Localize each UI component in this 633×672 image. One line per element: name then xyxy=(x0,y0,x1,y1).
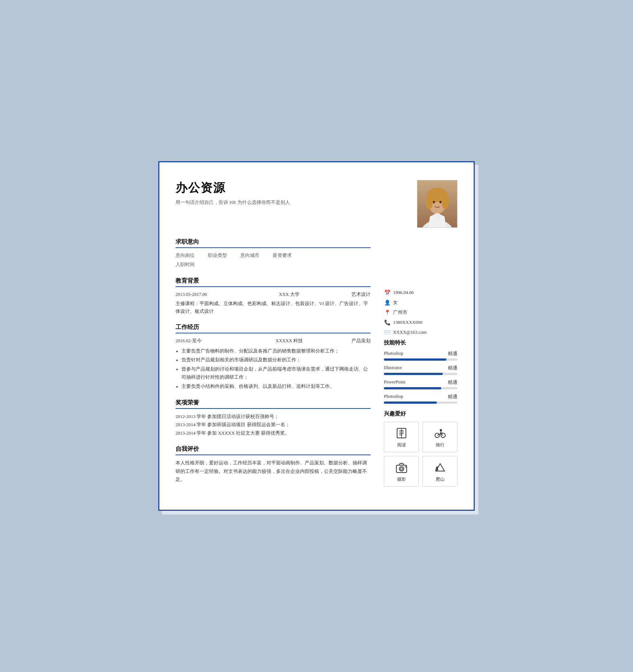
section-title-awards: 奖项荣誉 xyxy=(176,399,371,409)
hobby-label-hiking: 爬山 xyxy=(436,476,445,482)
skill-name-3: Photoshop xyxy=(384,394,403,400)
birthday-value: 1996.04.06 xyxy=(393,290,414,296)
hobby-label-cycling: 骑行 xyxy=(436,442,445,448)
skills-title: 技能特长 xyxy=(384,339,457,346)
svg-point-5 xyxy=(426,194,433,209)
svg-point-20 xyxy=(400,468,403,470)
info-gender: 👤 女 xyxy=(384,300,457,306)
skill-name-1: Illustrator xyxy=(384,365,402,371)
skill-bar-bg-1 xyxy=(384,373,457,375)
section-title-education: 教育背景 xyxy=(176,277,371,287)
skill-name-0: Photoshop xyxy=(384,351,403,357)
location-icon: 📍 xyxy=(384,310,390,316)
intention-salary: 薪资要求 xyxy=(273,252,292,259)
skill-item-1: Illustrator 精通 xyxy=(384,365,457,375)
right-column: 📅 1996.04.06 👤 女 📍 广州市 📞 1380XXXX000 xyxy=(384,238,457,492)
hobby-label-photography: 摄影 xyxy=(397,476,406,482)
info-city: 📍 广州市 xyxy=(384,310,457,316)
section-awards: 奖项荣誉 2012-2013 学年 参加团日活动设计获校百强称号； 2013-2… xyxy=(176,399,371,438)
skill-level-1: 精通 xyxy=(448,365,457,371)
svg-point-17 xyxy=(440,429,442,431)
skill-level-2: 精通 xyxy=(448,379,457,386)
svg-point-6 xyxy=(442,194,449,209)
resume-title: 办公资源 xyxy=(176,180,290,196)
skill-header-1: Illustrator 精通 xyxy=(384,365,457,371)
intention-row-1: 意向岗位 职业类型 意向城市 薪资要求 xyxy=(176,252,371,259)
resume-container: 办公资源 用一句话介绍自己，告诉 HR 为什么选择你而不是别人 xyxy=(158,161,475,511)
hobbies-grid: 阅读 骑行 xyxy=(384,422,457,487)
intention-city: 意向城市 xyxy=(240,252,259,259)
award-3: 2013-2014 学年 参加 XXXXX 社征文大赛 获得优秀奖。 xyxy=(176,429,371,438)
work-bullet-1: 主要负责广告物料的制作、分配以及各推广员的销售数据整理和分析工作； xyxy=(181,347,371,356)
email-value: XXXX@163.com xyxy=(393,330,427,335)
hobby-cycling: 骑行 xyxy=(422,422,457,452)
resume-subtitle: 用一句话介绍自己，告诉 HR 为什么选择你而不是别人 xyxy=(176,199,290,206)
awards-content: 2012-2013 学年 参加团日活动设计获校百强称号； 2013-2014 学… xyxy=(176,413,371,438)
resume-layout: 求职意向 意向岗位 职业类型 意向城市 薪资要求 入职时间 xyxy=(176,238,457,492)
section-work: 工作经历 2016.02-至今 XXXXX 科技 产品策划 主要负责广告物料的制… xyxy=(176,323,371,391)
edu-major: 艺术设计 xyxy=(351,291,371,298)
svg-point-19 xyxy=(399,467,404,471)
work-bullet-4: 主要负责小结构件的采购、价格谈判、以及新品打样、追料计划等工作。 xyxy=(181,383,371,391)
work-date: 2016.02-至今 xyxy=(176,337,227,345)
profile-photo xyxy=(417,180,457,228)
phone-icon: 📞 xyxy=(384,319,390,326)
intention-row-2: 入职时间 xyxy=(176,261,371,269)
book-icon xyxy=(395,427,408,440)
birthday-icon: 📅 xyxy=(384,290,390,296)
skill-item-2: PowerPoint 精通 xyxy=(384,379,457,389)
svg-rect-21 xyxy=(405,466,406,467)
edu-date: 2013.05-2017.06 xyxy=(176,291,227,298)
skill-bar-fill-0 xyxy=(384,358,446,361)
self-eval-text: 本人性格开朗，爱好运动，工作经历丰富，对平面动画制作、产品策划、数据分析、抽样调… xyxy=(176,459,371,484)
skill-level-0: 精通 xyxy=(448,351,457,357)
intention-type: 职业类型 xyxy=(208,252,227,259)
education-content: 2013.05-2017.06 XXX 大学 艺术设计 主修课程：平面构成、立体… xyxy=(176,291,371,316)
hobby-label-reading: 阅读 xyxy=(397,442,406,448)
award-2: 2013-2014 学年 参加班级运动项目 获得院运会第一名； xyxy=(176,421,371,429)
skill-item-0: Photoshop 精通 xyxy=(384,351,457,361)
personal-info-list: 📅 1996.04.06 👤 女 📍 广州市 📞 1380XXXX000 xyxy=(384,290,457,336)
work-company: XXXXX 科技 xyxy=(242,337,337,345)
intention-date: 入职时间 xyxy=(176,261,195,269)
resume-paper: 办公资源 用一句话介绍自己，告诉 HR 为什么选择你而不是别人 xyxy=(158,161,475,511)
section-self-eval: 自我评价 本人性格开朗，爱好运动，工作经历丰富，对平面动画制作、产品策划、数据分… xyxy=(176,445,371,484)
svg-line-28 xyxy=(436,468,436,471)
hobby-hiking: 爬山 xyxy=(422,456,457,487)
info-birthday: 📅 1996.04.06 xyxy=(384,290,457,296)
hobby-photography: 摄影 xyxy=(384,456,419,487)
cycling-icon xyxy=(434,427,447,440)
email-icon: ✉️ xyxy=(384,329,390,336)
skill-bar-bg-2 xyxy=(384,387,457,389)
award-1: 2012-2013 学年 参加团日活动设计获校百强称号； xyxy=(176,413,371,421)
header-area: 办公资源 用一句话介绍自己，告诉 HR 为什么选择你而不是别人 xyxy=(176,180,457,228)
section-title-work: 工作经历 xyxy=(176,323,371,333)
work-header: 2016.02-至今 XXXXX 科技 产品策划 xyxy=(176,337,371,345)
skill-bar-bg-0 xyxy=(384,358,457,361)
work-role: 产品策划 xyxy=(351,337,371,345)
skill-bar-fill-3 xyxy=(384,402,437,404)
left-column: 求职意向 意向岗位 职业类型 意向城市 薪资要求 入职时间 xyxy=(176,238,371,492)
section-title-self-eval: 自我评价 xyxy=(176,445,371,455)
gender-icon: 👤 xyxy=(384,300,390,306)
edu-school: XXX 大学 xyxy=(242,291,337,298)
skill-bar-bg-3 xyxy=(384,402,457,404)
work-content: 2016.02-至今 XXXXX 科技 产品策划 主要负责广告物料的制作、分配以… xyxy=(176,337,371,391)
skill-level-3: 精通 xyxy=(448,394,457,400)
work-bullet-3: 曾参与产品规划的讨论和项目企划，从产品前端考虑市场潜在需求，通过下网络走访、公司… xyxy=(181,365,371,382)
edu-header: 2013.05-2017.06 XXX 大学 艺术设计 xyxy=(176,291,371,298)
phone-value: 1380XXXX000 xyxy=(393,320,422,325)
work-bullets-list: 主要负责广告物料的制作、分配以及各推广员的销售数据整理和分析工作； 负责针对产品… xyxy=(176,347,371,391)
hobbies-title: 兴趣爱好 xyxy=(384,410,457,417)
section-education: 教育背景 2013.05-2017.06 XXX 大学 艺术设计 主修课程：平面… xyxy=(176,277,371,316)
hiking-icon xyxy=(434,461,447,474)
info-email: ✉️ XXXX@163.com xyxy=(384,329,457,336)
skills-list: Photoshop 精通 Illustrator 精通 xyxy=(384,351,457,404)
skill-bar-fill-1 xyxy=(384,373,443,375)
section-title-job-intention: 求职意向 xyxy=(176,238,371,248)
skill-item-3: Photoshop 精通 xyxy=(384,394,457,404)
skill-name-2: PowerPoint xyxy=(384,379,405,386)
skill-header-3: Photoshop 精通 xyxy=(384,394,457,400)
work-bullet-2: 负责针对产品规划相关的市场调研以及数据分析的工作； xyxy=(181,356,371,364)
gender-value: 女 xyxy=(393,300,398,306)
